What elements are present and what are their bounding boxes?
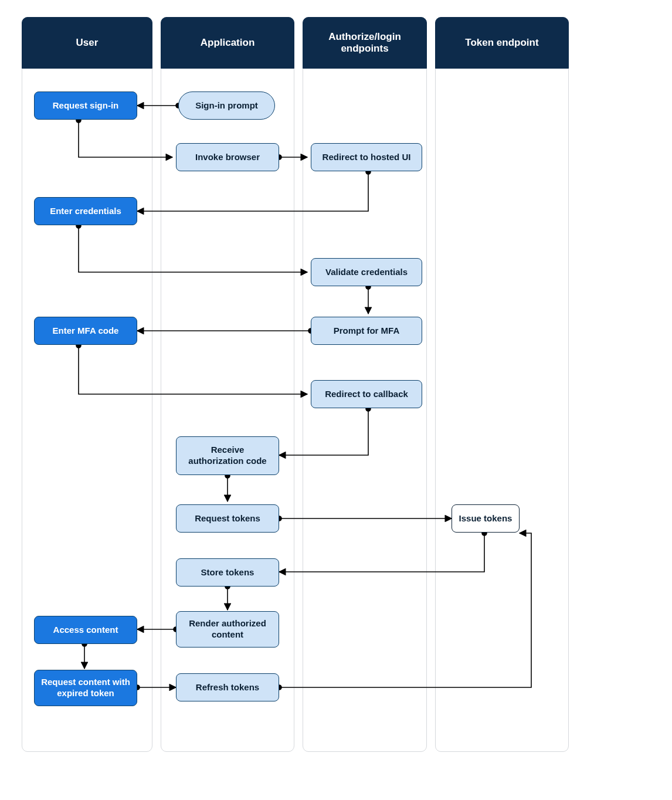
- node-validate-credentials: Validate credentials: [311, 258, 422, 286]
- lane-title-user: User: [76, 37, 99, 49]
- node-label: Access content: [53, 625, 118, 636]
- lane-token: [435, 17, 569, 752]
- node-label: Validate credentials: [325, 267, 408, 278]
- node-label: Refresh tokens: [196, 682, 259, 693]
- node-redirect-hosted: Redirect to hosted UI: [311, 143, 422, 171]
- node-label: Sign-in prompt: [195, 100, 258, 111]
- node-issue-tokens: Issue tokens: [452, 504, 520, 533]
- node-label: Enter credentials: [50, 206, 121, 217]
- lane-head-authz: Authorize/login endpoints: [303, 17, 427, 69]
- node-prompt-mfa: Prompt for MFA: [311, 317, 422, 345]
- node-label: Receive authorization code: [182, 445, 273, 467]
- lane-title-app: Application: [201, 37, 255, 49]
- node-render-content: Render authorized content: [176, 611, 279, 648]
- node-label: Redirect to callback: [325, 389, 408, 400]
- swimlane-diagram: User Application Authorize/login endpoin…: [0, 0, 672, 800]
- node-label: Request tokens: [195, 513, 260, 524]
- node-label: Invoke browser: [195, 152, 260, 163]
- node-request-expired: Request content with expired token: [34, 670, 137, 706]
- node-label: Issue tokens: [459, 513, 513, 524]
- node-label: Store tokens: [201, 567, 254, 578]
- lane-head-token: Token endpoint: [435, 17, 569, 69]
- lane-title-authz: Authorize/login endpoints: [309, 31, 420, 55]
- node-redirect-callback: Redirect to callback: [311, 380, 422, 408]
- node-label: Request content with expired token: [40, 677, 131, 699]
- lane-title-token: Token endpoint: [465, 37, 538, 49]
- node-enter-mfa: Enter MFA code: [34, 317, 137, 345]
- node-refresh-tokens: Refresh tokens: [176, 673, 279, 701]
- lane-head-app: Application: [161, 17, 294, 69]
- lane-head-user: User: [22, 17, 152, 69]
- node-label: Prompt for MFA: [334, 326, 400, 337]
- node-request-tokens: Request tokens: [176, 504, 279, 533]
- node-label: Enter MFA code: [53, 326, 119, 337]
- node-enter-credentials: Enter credentials: [34, 197, 137, 225]
- node-access-content: Access content: [34, 616, 137, 644]
- node-request-signin: Request sign-in: [34, 91, 137, 120]
- node-label: Render authorized content: [182, 618, 273, 640]
- node-receive-auth-code: Receive authorization code: [176, 436, 279, 475]
- node-label: Redirect to hosted UI: [323, 152, 411, 163]
- node-signin-prompt: Sign-in prompt: [178, 91, 275, 120]
- node-store-tokens: Store tokens: [176, 558, 279, 587]
- node-invoke-browser: Invoke browser: [176, 143, 279, 171]
- node-label: Request sign-in: [53, 100, 119, 111]
